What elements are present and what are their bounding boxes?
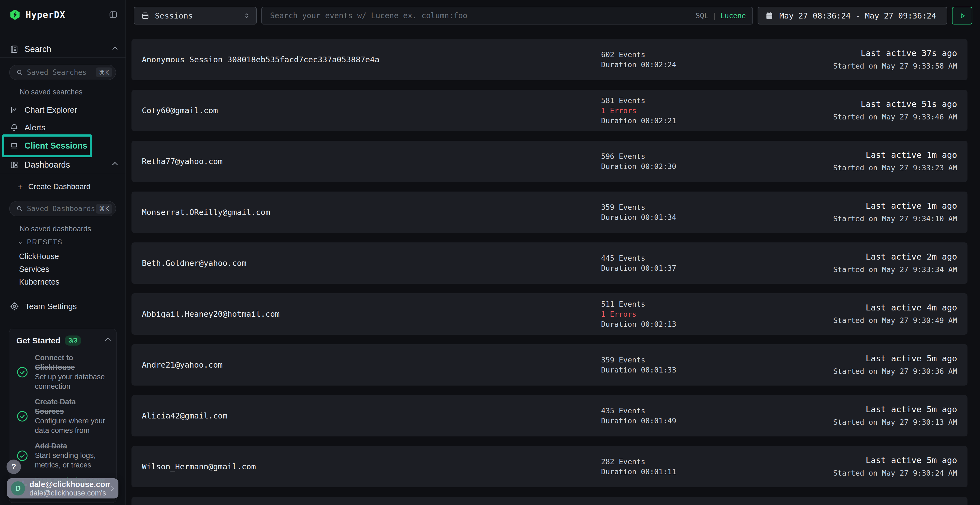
get-started-item[interactable]: Add Data Start sending logs, metrics, or… xyxy=(16,441,109,470)
saved-searches-placeholder: Saved Searches xyxy=(27,68,96,76)
session-row[interactable]: Retha77@yahoo.com 596 Events Duration 00… xyxy=(132,141,967,182)
chevron-up-icon xyxy=(112,162,118,168)
session-row[interactable]: Monserrat.OReilly@gmail.com 359 Events D… xyxy=(132,192,967,233)
sidebar-item-chart-explorer[interactable]: Chart Explorer xyxy=(0,103,126,117)
session-events: 282 Events xyxy=(601,457,676,467)
source-select-value: Sessions xyxy=(155,11,243,21)
session-stats: 511 Events 1 Errors Duration 00:02:13 xyxy=(601,299,676,329)
session-duration: Duration 00:01:49 xyxy=(601,416,676,426)
sidebar-item-team-settings[interactable]: Team Settings xyxy=(0,299,126,313)
calendar-icon xyxy=(765,12,773,20)
session-events: 359 Events xyxy=(601,202,676,212)
journal-icon xyxy=(10,45,19,54)
session-last-active: Last active 5m ago xyxy=(833,404,957,414)
sidebar-item-alerts[interactable]: Alerts xyxy=(0,121,126,135)
chevron-down-icon xyxy=(19,240,23,245)
session-events: 596 Events xyxy=(601,151,676,161)
session-started: Started on May 27 9:30:49 AM xyxy=(833,315,957,326)
session-duration: Duration 00:01:11 xyxy=(601,467,676,477)
session-duration: Duration 00:02:30 xyxy=(601,161,676,172)
sidebar-item-label: Chart Explorer xyxy=(24,105,77,114)
session-stats: 581 Events 1 Errors Duration 00:02:21 xyxy=(601,95,676,126)
session-row[interactable]: Beth.Goldner@yahoo.com 445 Events Durati… xyxy=(132,243,967,284)
get-started-item[interactable]: Create Data Sources Configure where your… xyxy=(16,397,109,435)
session-title: Coty60@gmail.com xyxy=(142,106,218,115)
session-started: Started on May 27 9:33:23 AM xyxy=(833,162,957,173)
session-stats: 282 Events Duration 00:01:11 xyxy=(601,457,676,477)
session-errors: 1 Errors xyxy=(601,106,676,116)
chart-icon xyxy=(10,106,19,114)
session-title: Andre21@yahoo.com xyxy=(142,360,223,370)
search-icon xyxy=(16,205,23,212)
session-started: Started on May 27 9:34:10 AM xyxy=(833,213,957,224)
lucene-toggle[interactable]: Lucene xyxy=(720,12,746,20)
session-title: Alicia42@gmail.com xyxy=(142,411,227,420)
get-started-header[interactable]: Get Started 3/3 xyxy=(16,335,109,346)
session-last-active: Last active 5m ago xyxy=(833,455,957,465)
select-updown-icon xyxy=(243,12,250,19)
session-stats: 359 Events Duration 00:01:33 xyxy=(601,355,676,375)
app-title: HyperDX xyxy=(25,10,109,20)
session-last-active: Last active 4m ago xyxy=(833,302,957,313)
session-started: Started on May 27 9:30:36 AM xyxy=(833,366,957,377)
get-started-title: Get Started xyxy=(16,336,60,345)
avatar: D xyxy=(11,481,25,495)
time-range-picker[interactable]: May 27 08:36:24 - May 27 09:36:24 xyxy=(757,7,947,24)
chevron-up-icon xyxy=(112,46,118,52)
session-started: Started on May 27 9:33:34 AM xyxy=(833,264,957,275)
database-icon xyxy=(141,12,150,20)
session-events: 511 Events xyxy=(601,299,676,309)
no-saved-dashboards-text: No saved dashboards xyxy=(20,225,91,233)
session-errors: 1 Errors xyxy=(601,309,676,319)
sidebar-preset-services[interactable]: Services xyxy=(19,264,49,275)
run-query-button[interactable] xyxy=(952,7,972,24)
session-events: 359 Events xyxy=(601,355,676,365)
session-row-partial[interactable] xyxy=(132,497,967,505)
session-times: Last active 1m ago Started on May 27 9:3… xyxy=(833,200,957,224)
session-row[interactable]: Abbigail.Heaney20@hotmail.com 511 Events… xyxy=(132,293,967,335)
session-stats: 445 Events Duration 00:01:37 xyxy=(601,253,676,273)
create-dashboard-button[interactable]: + Create Dashboard xyxy=(18,180,91,193)
sql-toggle[interactable]: SQL xyxy=(695,12,708,20)
session-times: Last active 4m ago Started on May 27 9:3… xyxy=(833,302,957,326)
session-row[interactable]: Andre21@yahoo.com 359 Events Duration 00… xyxy=(132,344,967,386)
help-button[interactable]: ? xyxy=(6,460,21,474)
session-row[interactable]: Anonymous Session 308018eb535facd7cec337… xyxy=(132,39,967,80)
sidebar-preset-clickhouse[interactable]: ClickHouse xyxy=(19,251,59,262)
toggle-separator: | xyxy=(712,12,716,20)
collapse-sidebar-icon[interactable] xyxy=(109,10,118,19)
get-started-item-desc: Start sending logs, metrics, or traces xyxy=(35,451,106,470)
get-started-item[interactable]: Connect to ClickHouse Set up your databa… xyxy=(16,353,109,391)
sidebar-item-label: Team Settings xyxy=(25,302,77,311)
shortcut-badge: ⌘K xyxy=(96,204,112,214)
session-stats: 359 Events Duration 00:01:34 xyxy=(601,202,676,222)
user-profile-button[interactable]: D dale@clickhouse.com dale@clickhouse.co… xyxy=(7,478,118,499)
sidebar-item-label: Alerts xyxy=(24,123,45,132)
create-dashboard-label: Create Dashboard xyxy=(28,182,91,191)
search-icon xyxy=(16,69,23,76)
event-search-input[interactable]: Search your events w/ Lucene ex. column:… xyxy=(261,7,753,24)
session-duration: Duration 00:01:34 xyxy=(601,212,676,222)
source-select[interactable]: Sessions xyxy=(134,7,257,24)
session-last-active: Last active 51s ago xyxy=(833,98,957,110)
presets-toggle[interactable]: PRESETS xyxy=(19,238,63,246)
check-circle-icon xyxy=(16,366,28,378)
sidebar-item-search[interactable]: Search xyxy=(0,41,126,58)
session-stats: 602 Events Duration 00:02:24 xyxy=(601,49,676,70)
session-row[interactable]: Coty60@gmail.com 581 Events 1 Errors Dur… xyxy=(132,90,967,131)
bell-icon xyxy=(10,123,19,132)
session-last-active: Last active 37s ago xyxy=(833,48,957,59)
session-started: Started on May 27 9:30:24 AM xyxy=(833,468,957,479)
sidebar-item-dashboards[interactable]: Dashboards xyxy=(0,156,126,173)
saved-searches-input[interactable]: Saved Searches ⌘K xyxy=(9,65,116,80)
get-started-item-title: Add Data xyxy=(35,441,106,451)
session-times: Last active 5m ago Started on May 27 9:3… xyxy=(833,353,957,377)
get-started-item-desc: Set up your database connection xyxy=(35,372,106,391)
session-row[interactable]: Wilson_Hermann@gmail.com 282 Events Dura… xyxy=(132,446,967,487)
sidebar-preset-kubernetes[interactable]: Kubernetes xyxy=(19,276,59,287)
session-row[interactable]: Alicia42@gmail.com 435 Events Duration 0… xyxy=(132,395,967,437)
session-title: Monserrat.OReilly@gmail.com xyxy=(142,208,270,217)
saved-dashboards-input[interactable]: Saved Dashboards ⌘K xyxy=(9,201,116,216)
sidebar: HyperDX Search xyxy=(0,0,126,505)
sidebar-item-client-sessions[interactable]: Client Sessions xyxy=(2,134,92,157)
